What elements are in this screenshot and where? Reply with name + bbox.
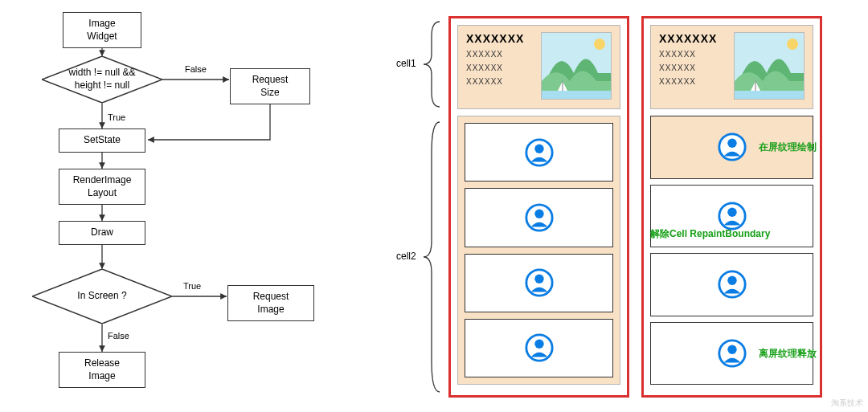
- rl1: RenderImage: [73, 174, 132, 187]
- brace-cell2: [414, 120, 446, 394]
- cond-line2: height != null: [68, 80, 135, 92]
- svg-point-31: [727, 207, 736, 216]
- landscape-image-icon: [541, 32, 612, 100]
- cell1-a: XXXXXXX XXXXXX XXXXXX XXXXXX: [457, 25, 620, 109]
- cell1-l3: XXXXXX: [466, 77, 534, 86]
- panel-a: XXXXXXX XXXXXX XXXXXX XXXXXX: [448, 16, 629, 398]
- svg-point-33: [727, 276, 736, 285]
- node-render-layout: RenderImage Layout: [59, 169, 145, 205]
- list-item: 离屏纹理释放: [650, 322, 813, 385]
- cell1-l1: XXXXXX: [466, 50, 534, 59]
- label-true1: True: [108, 112, 125, 122]
- svg-point-16: [534, 144, 543, 153]
- list-item: [465, 123, 613, 182]
- cell1b-l3: XXXXXX: [659, 77, 727, 86]
- node-cond-screen: In Screen ?: [32, 269, 172, 324]
- list-item: [465, 319, 613, 377]
- avatar-icon: [717, 338, 747, 369]
- svg-point-35: [727, 345, 736, 353]
- cond-line1: width != null &&: [68, 67, 135, 80]
- node-text: RenderImage Layout: [73, 174, 132, 199]
- svg-point-11: [594, 39, 605, 50]
- node-text: Image Widget: [75, 18, 129, 43]
- cell1-b: XXXXXXX XXXXXX XXXXXX XXXXXX: [650, 25, 813, 109]
- flowchart-container: Image Widget width != null && height != …: [0, 0, 354, 412]
- node-text: Release Image: [71, 357, 133, 382]
- avatar-icon: [524, 267, 555, 298]
- cell1-l2: XXXXXX: [466, 63, 534, 72]
- node-request-size: Request Size: [230, 68, 310, 104]
- node-text: Request Size: [242, 74, 298, 99]
- node-request-image: Request Image: [227, 285, 314, 321]
- cell2-b: 在屏纹理绘制 离屏纹理释放: [650, 116, 813, 385]
- brace-label-1: cell1: [396, 58, 416, 69]
- svg-point-18: [534, 209, 543, 218]
- avatar-icon: [717, 269, 747, 300]
- node-set-state: SetState: [59, 128, 145, 153]
- label-false2: False: [108, 331, 129, 341]
- avatar-icon: [524, 137, 555, 168]
- cell1b-title: XXXXXXX: [659, 32, 727, 45]
- annotation-repaint: 解除Cell RepaintBoundary: [650, 227, 770, 241]
- cell1b-l1: XXXXXX: [659, 50, 727, 59]
- svg-point-29: [727, 139, 736, 148]
- panel-b: XXXXXXX XXXXXX XXXXXX XXXXXX: [641, 16, 822, 398]
- cell-panels: cell1 cell2 XXXXXXX XXXXXX XXXXXX XXXXXX: [414, 8, 864, 402]
- svg-point-20: [534, 275, 543, 284]
- svg-rect-12: [542, 91, 612, 100]
- avatar-icon: [524, 202, 555, 233]
- rl2: Layout: [73, 187, 132, 200]
- node-draw: Draw: [59, 221, 145, 245]
- label-true2: True: [183, 281, 201, 291]
- svg-point-22: [534, 340, 543, 349]
- svg-point-24: [787, 39, 798, 50]
- node-image-widget: Image Widget: [63, 12, 141, 48]
- cond2-text: In Screen ?: [77, 290, 126, 303]
- list-item: 在屏纹理绘制: [650, 116, 813, 179]
- brace-label-2: cell2: [396, 251, 416, 262]
- cell1b-l2: XXXXXX: [659, 63, 727, 72]
- label-false1: False: [185, 64, 207, 74]
- list-item: [650, 253, 813, 316]
- list-item: [465, 188, 613, 247]
- list-item: [465, 254, 613, 312]
- cell1-title: XXXXXXX: [466, 32, 534, 45]
- annotation-offscreen: 离屏纹理释放: [759, 346, 817, 360]
- svg-rect-25: [735, 91, 805, 100]
- cell1-text-b: XXXXXXX XXXXXX XXXXXX XXXXXX: [659, 32, 727, 102]
- node-release-image: Release Image: [59, 352, 145, 388]
- node-text: Request Image: [240, 291, 302, 316]
- brace-cell1: [414, 20, 446, 108]
- watermark: 淘系技术: [831, 398, 863, 409]
- cell2-a: [457, 116, 620, 385]
- avatar-icon: [717, 132, 747, 162]
- avatar-icon: [524, 332, 555, 363]
- node-text: Draw: [91, 226, 113, 239]
- landscape-image-icon: [734, 32, 805, 100]
- cell1-text: XXXXXXX XXXXXX XXXXXX XXXXXX: [466, 32, 534, 102]
- cond-text: width != null && height != null: [68, 67, 135, 92]
- node-text: SetState: [84, 134, 121, 147]
- annotation-onscreen: 在屏纹理绘制: [759, 141, 817, 154]
- node-cond-size: width != null && height != null: [42, 56, 162, 103]
